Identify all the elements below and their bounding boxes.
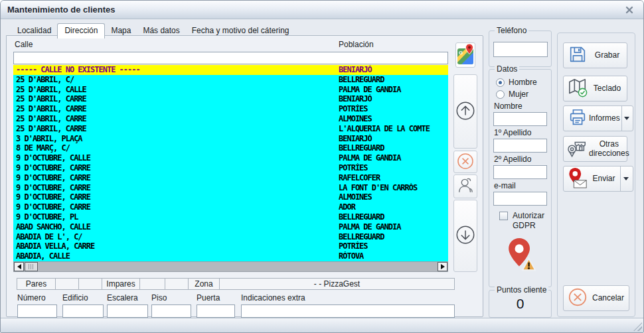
street-row-calle: ABADIA DE L', C/: [13, 232, 339, 242]
range-strip: ParesImparesZona- - PizzaGest: [17, 278, 455, 290]
street-row[interactable]: 9 D'OCTUBRE, CARREADOR: [13, 202, 448, 212]
titlebar[interactable]: Mantenimiento de clientes: [1, 1, 643, 19]
telefono-caption: Teléfono: [495, 26, 528, 35]
street-row[interactable]: 25 D'ABRIL, CARREALMOINES: [13, 114, 448, 124]
chevron-down-icon: [623, 177, 629, 180]
street-list: ----- CALLE NO EXISTENTE -----BENIARJÓ25…: [13, 65, 448, 261]
field-piso: Piso: [151, 293, 191, 318]
customer-icon: [455, 176, 475, 198]
enviar-dropdown-button[interactable]: [621, 177, 631, 180]
street-row[interactable]: ABADIA DE L', C/BELLREGUARD: [13, 232, 448, 242]
field-edificio-input[interactable]: [62, 304, 104, 318]
strip-cell: [165, 278, 189, 290]
scroll-left-button[interactable]: [14, 262, 24, 271]
tab-bar: LocalidadDirecciónMapaMás datosFecha y m…: [11, 23, 295, 38]
street-row-calle: ABADIA, CALLE: [13, 251, 339, 261]
datos-field-2-apellido-input[interactable]: [493, 165, 547, 179]
street-row[interactable]: 25 D'ABRIL, CARREL'ALQUERIA DE LA COMTE: [13, 124, 448, 134]
telefono-group: Teléfono: [489, 31, 552, 67]
street-row[interactable]: ABADIA VELLA, CARREPOTRÍES: [13, 241, 448, 251]
tab-fecha-y-motivo-del-c-tering[interactable]: Fecha y motivo del cátering: [186, 25, 295, 38]
datos-field-e-mail-input[interactable]: [493, 192, 547, 206]
horizontal-scrollbar[interactable]: [13, 261, 448, 272]
customer-button[interactable]: [453, 174, 477, 198]
tab-mapa[interactable]: Mapa: [105, 25, 137, 38]
street-row[interactable]: 25 D'ABRIL, CARREPOTRÍES: [13, 104, 448, 114]
street-row[interactable]: ----- CALLE NO EXISTENTE -----BENIARJÓ: [13, 65, 448, 75]
telefono-input[interactable]: [493, 42, 548, 57]
enviar-button[interactable]: Enviar: [563, 166, 633, 192]
scroll-right-button[interactable]: [438, 262, 447, 271]
street-row-poblacion: RAFELCOFER: [339, 173, 448, 183]
street-row-calle: 9 D'OCTUBRE, PL: [13, 212, 339, 222]
field-n-mero-input[interactable]: [17, 304, 57, 318]
tab-localidad[interactable]: Localidad: [11, 25, 57, 38]
field-piso-input[interactable]: [151, 304, 191, 318]
tab-direcci-n[interactable]: Dirección: [57, 23, 105, 38]
street-row[interactable]: 9 D'OCTUBRE, CARRERAFELCOFER: [13, 173, 448, 183]
datos-field-1-apellido-input[interactable]: [493, 139, 547, 153]
datos-group: Datos HombreMujer Nombre1º Apellido2º Ap…: [489, 69, 552, 287]
field-n-mero: Número: [17, 293, 57, 318]
field-escalera-label: Escalera: [107, 293, 148, 302]
datos-field-nombre: Nombre: [493, 101, 547, 126]
arrow-up-icon: [455, 100, 476, 123]
street-row[interactable]: 25 D'ABRIL, CARREBENIARJÓ: [13, 94, 448, 104]
tab-page-direccion: Calle Población ----- CALLE NO EXISTENTE…: [6, 35, 483, 317]
tab-m-s-datos[interactable]: Más datos: [137, 25, 185, 38]
close-button[interactable]: [622, 4, 637, 16]
puntos-cliente-caption: Puntos cliente: [495, 285, 548, 295]
puntos-cliente-value: 0: [489, 296, 551, 312]
street-row[interactable]: 3 D'ABRIL, PLAÇABENIARJÓ: [13, 134, 448, 144]
send-pin-icon: [567, 167, 588, 190]
street-row-calle: ----- CALLE NO EXISTENTE -----: [13, 65, 339, 75]
street-row[interactable]: 25 D'ABRIL, C/BELLREGUARD: [13, 75, 448, 85]
gender-option-mujer: Mujer: [496, 90, 547, 99]
calle-column-header: Calle: [15, 40, 33, 49]
street-row[interactable]: 25 D'ABRIL, CALLEPALMA DE GANDIA: [13, 85, 448, 95]
street-row-calle: 25 D'ABRIL, CARRE: [13, 114, 339, 124]
field-puerta-label: Puerta: [197, 293, 235, 302]
teclado-button[interactable]: Teclado: [563, 76, 627, 101]
otras-direcciones-button[interactable]: Otras direcciones: [563, 136, 627, 162]
nav-up-button[interactable]: [453, 74, 477, 149]
resize-grip[interactable]: [633, 322, 642, 331]
gdpr-checkbox[interactable]: [499, 212, 508, 220]
field-indicaciones-extra-input[interactable]: [241, 304, 455, 318]
radio-hombre[interactable]: [496, 78, 505, 87]
strip-cell-pares: Pares: [17, 278, 56, 290]
datos-field-e-mail: e-mail: [493, 181, 547, 206]
street-row[interactable]: 8 DE MARÇ, C/BELLREGUARD: [13, 143, 448, 153]
statusbar: [1, 318, 643, 332]
field-puerta-input[interactable]: [197, 304, 235, 318]
street-row[interactable]: ABADIA, CALLERÓTOVA: [13, 251, 448, 261]
field-puerta: Puerta: [197, 293, 235, 318]
scrollbar-thumb[interactable]: [25, 262, 38, 271]
informes-dropdown-button[interactable]: [622, 117, 631, 120]
cancelar-button[interactable]: Cancelar: [563, 285, 629, 311]
grabar-label: Grabar: [589, 51, 625, 60]
street-row[interactable]: 9 D'OCTUBRE, CARREPOTRÍES: [13, 163, 448, 173]
google-maps-button[interactable]: G: [455, 42, 475, 68]
street-row[interactable]: 9 D'OCTUBRE, PLBELLREGUARD: [13, 212, 448, 222]
street-row[interactable]: 9 D'OCTUBRE, CARREALMOINES: [13, 192, 448, 202]
street-row-poblacion: BENIARJÓ: [339, 94, 448, 104]
street-search-input[interactable]: [13, 52, 448, 64]
informes-button[interactable]: Informes: [563, 105, 633, 131]
street-row[interactable]: 9 D'OCTUBRE, CARRELA FONT D'EN CARRÒS: [13, 183, 448, 193]
street-row[interactable]: 9 D'OCTUBRE, CALLEPALMA DE GANDIA: [13, 153, 448, 163]
datos-field-2-apellido: 2º Apellido: [493, 155, 547, 179]
window-title: Mantenimiento de clientes: [7, 5, 116, 15]
field-escalera-input[interactable]: [107, 304, 148, 318]
datos-field-nombre-input[interactable]: [493, 112, 547, 126]
strip-cell: [140, 278, 165, 290]
street-row[interactable]: ABAD SANCHO, CALLEPALMA DE GANDIA: [13, 222, 448, 232]
radio-mujer[interactable]: [496, 90, 505, 99]
street-row-poblacion: ALMOINES: [339, 192, 448, 202]
map-check-icon: [567, 78, 588, 100]
nav-down-button[interactable]: [453, 200, 477, 272]
grabar-button[interactable]: Grabar: [563, 42, 627, 68]
informes-label: Informes: [589, 114, 620, 123]
street-row-poblacion: BELLREGUARD: [339, 232, 448, 242]
delete-record-button[interactable]: [453, 151, 477, 173]
